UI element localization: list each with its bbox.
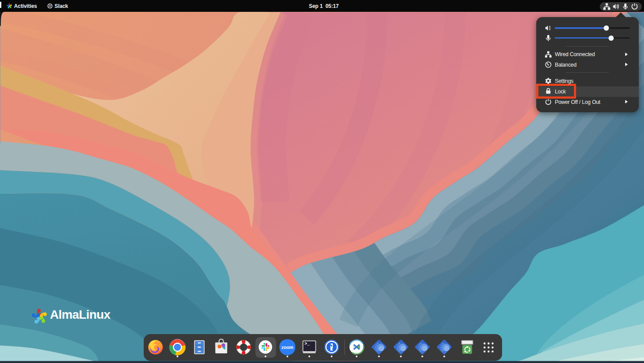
svg-text:zoom: zoom (281, 345, 293, 350)
svg-text:>_: >_ (304, 342, 310, 346)
